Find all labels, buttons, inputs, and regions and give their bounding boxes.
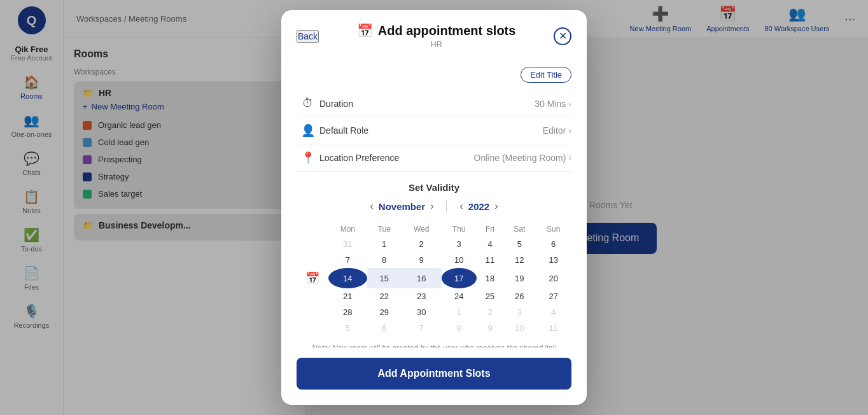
cal-day[interactable]: 1 <box>442 304 477 320</box>
modal-body: Edit Title ⏱ Duration 30 Mins › 👤 Defaul… <box>281 57 587 348</box>
cal-day[interactable]: 11 <box>477 252 503 268</box>
modal-title-text: Add appointment slots <box>378 24 516 38</box>
table-row: 28 29 30 1 2 3 4 <box>297 304 571 320</box>
cal-icon-cell <box>297 304 328 320</box>
add-appointment-slots-button[interactable]: Add Appointment Slots <box>297 358 571 390</box>
table-row: 5 6 7 8 9 10 11 <box>297 320 571 336</box>
cal-icon-cell <box>297 288 328 304</box>
set-validity-label: Set Validity <box>297 182 571 193</box>
modal-header-center: 📅 Add appointment slots HR <box>319 23 554 49</box>
cal-day[interactable]: 4 <box>535 304 571 320</box>
default-role-chevron-icon: › <box>568 125 571 136</box>
modal-footer: Add Appointment Slots <box>281 348 587 405</box>
cal-day[interactable]: 9 <box>477 320 503 336</box>
cal-day[interactable]: 7 <box>328 252 367 268</box>
calendar-year: 2022 <box>468 201 489 212</box>
location-value-text: Online (Meeting Room) <box>474 153 566 163</box>
modal-overlay: Back 📅 Add appointment slots HR ✕ Edit T… <box>0 0 868 415</box>
modal-subtitle: HR <box>430 39 442 49</box>
default-role-value[interactable]: Editor › <box>543 125 571 136</box>
cal-day[interactable]: 11 <box>535 320 571 336</box>
cal-day[interactable]: 5 <box>503 236 535 252</box>
cal-th-tue: Tue <box>367 222 402 236</box>
cal-day[interactable]: 10 <box>503 320 535 336</box>
cal-day[interactable]: 31 <box>328 236 367 252</box>
cal-nav-separator <box>446 200 447 213</box>
default-role-label: Default Role <box>319 125 402 136</box>
calendar-grid: Mon Tue Wed Thu Fri Sat Sun 31 <box>297 222 571 336</box>
month-nav: ‹ November › <box>367 198 436 215</box>
cal-th-wed: Wed <box>402 222 442 236</box>
cal-day[interactable]: 8 <box>442 320 477 336</box>
cal-th-sun: Sun <box>535 222 571 236</box>
cal-day[interactable]: 7 <box>402 320 442 336</box>
cal-day[interactable]: 2 <box>402 236 442 252</box>
modal-header: Back 📅 Add appointment slots HR ✕ <box>281 10 587 57</box>
cal-day[interactable]: 21 <box>328 288 367 304</box>
location-icon: 📍 <box>297 151 319 165</box>
cal-day[interactable]: 9 <box>402 252 442 268</box>
cal-day[interactable]: 4 <box>477 236 503 252</box>
edit-title-button[interactable]: Edit Title <box>521 67 571 83</box>
cal-day[interactable]: 2 <box>477 304 503 320</box>
cal-th-thu: Thu <box>442 222 477 236</box>
table-row: 7 8 9 10 11 12 13 <box>297 252 571 268</box>
year-nav: ‹ 2022 › <box>457 198 500 215</box>
duration-value-text: 30 Mins <box>535 99 566 109</box>
cal-day[interactable]: 24 <box>442 288 477 304</box>
duration-icon: ⏱ <box>297 97 319 110</box>
cal-day-in-range[interactable]: 16 <box>402 268 442 288</box>
cal-day[interactable]: 3 <box>503 304 535 320</box>
cal-icon-cell <box>297 252 328 268</box>
calendar-month: November <box>379 201 425 212</box>
table-row: 31 1 2 3 4 5 6 <box>297 236 571 252</box>
default-role-field: 👤 Default Role Editor › <box>297 117 571 144</box>
cal-day[interactable]: 3 <box>442 236 477 252</box>
close-button[interactable]: ✕ <box>554 27 571 45</box>
location-value[interactable]: Online (Meeting Room) › <box>474 153 571 163</box>
cal-day[interactable]: 22 <box>367 288 402 304</box>
cal-day[interactable]: 25 <box>477 288 503 304</box>
cal-day[interactable]: 28 <box>328 304 367 320</box>
cal-day[interactable]: 29 <box>367 304 402 320</box>
appointment-slots-modal: Back 📅 Add appointment slots HR ✕ Edit T… <box>281 10 587 405</box>
cal-day[interactable]: 27 <box>535 288 571 304</box>
cal-day[interactable]: 18 <box>477 268 503 288</box>
back-button[interactable]: Back <box>297 30 319 43</box>
cal-day[interactable]: 19 <box>503 268 535 288</box>
location-chevron-icon: › <box>568 153 571 163</box>
cal-day[interactable]: 13 <box>535 252 571 268</box>
cal-day[interactable]: 23 <box>402 288 442 304</box>
modal-title: 📅 Add appointment slots <box>357 23 516 38</box>
cal-day[interactable]: 12 <box>503 252 535 268</box>
cal-day[interactable]: 20 <box>535 268 571 288</box>
default-role-icon: 👤 <box>297 123 319 137</box>
modal-top-actions: Edit Title <box>297 67 571 83</box>
next-year-button[interactable]: › <box>492 198 500 215</box>
cal-day[interactable]: 8 <box>367 252 402 268</box>
cal-icon-cell: 📅 <box>297 268 328 288</box>
calendar-nav: ‹ November › ‹ 2022 › <box>297 198 571 215</box>
cal-day[interactable]: 6 <box>535 236 571 252</box>
slots-icon: 📅 <box>357 23 373 38</box>
prev-month-button[interactable]: ‹ <box>367 198 375 215</box>
table-row: 21 22 23 24 25 26 27 <box>297 288 571 304</box>
next-month-button[interactable]: › <box>428 198 436 215</box>
prev-year-button[interactable]: ‹ <box>457 198 465 215</box>
cal-day-in-range[interactable]: 15 <box>367 268 402 288</box>
cal-day[interactable]: 6 <box>367 320 402 336</box>
cal-icon-cell <box>297 320 328 336</box>
duration-field: ⏱ Duration 30 Mins › <box>297 90 571 117</box>
calendar-small-icon: 📅 <box>305 272 319 285</box>
cal-day[interactable]: 26 <box>503 288 535 304</box>
location-label: Location Preference <box>319 153 402 163</box>
cal-day-selected-end[interactable]: 17 <box>442 268 477 288</box>
cal-day[interactable]: 10 <box>442 252 477 268</box>
cal-day-selected-start[interactable]: 14 <box>328 268 367 288</box>
cal-day[interactable]: 5 <box>328 320 367 336</box>
duration-value[interactable]: 30 Mins › <box>535 99 571 109</box>
location-field: 📍 Location Preference Online (Meeting Ro… <box>297 144 571 172</box>
cal-day[interactable]: 1 <box>367 236 402 252</box>
cal-day[interactable]: 30 <box>402 304 442 320</box>
cal-th-icon <box>297 222 328 236</box>
